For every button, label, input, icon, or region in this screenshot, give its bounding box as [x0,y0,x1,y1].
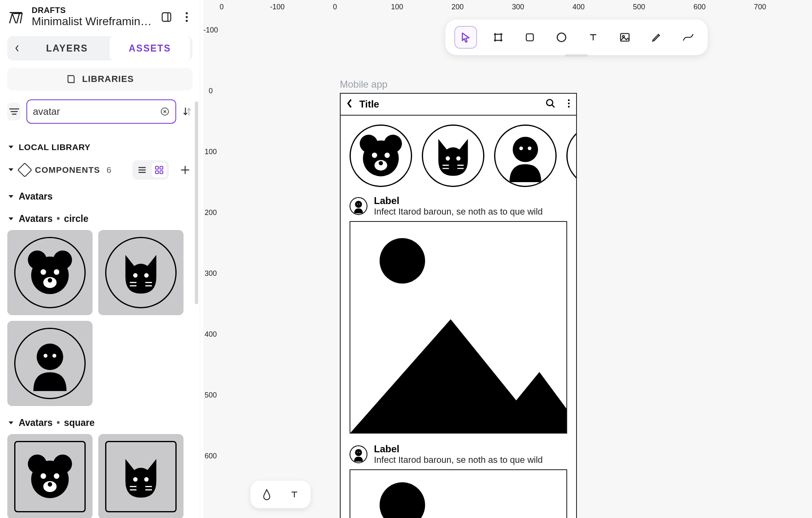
tabs-back-button[interactable] [7,45,27,52]
ruler-tick: 700 [754,3,766,11]
svg-point-37 [133,477,138,481]
component-thumb-bear-circle[interactable] [7,230,93,315]
post-item: Label Infect Itarod baroun, se noth as t… [341,439,576,469]
more-menu-icon[interactable] [180,11,193,24]
frame-title: Title [359,99,379,110]
search-field[interactable] [26,99,176,124]
group-avatars-square[interactable]: Avatars • square [7,417,192,428]
search-icon[interactable] [545,98,556,110]
component-thumb-person-circle[interactable] [7,321,93,406]
story-avatar-person[interactable] [494,125,557,187]
image-placeholder[interactable] [350,221,567,434]
tool-pencil[interactable] [646,27,667,48]
cat-icon [427,129,479,182]
clear-search-icon[interactable] [159,106,171,117]
ruler-tick: 300 [205,269,217,278]
tool-typography[interactable] [286,486,302,503]
component-thumb-bear-square[interactable] [7,434,93,518]
svg-point-44 [546,99,553,105]
filter-button[interactable] [7,103,21,120]
bear-icon [22,449,78,504]
app-logo[interactable] [6,8,25,26]
sun-shape [380,482,425,518]
avatar-story-row [341,116,576,191]
ruler-tick: -100 [270,3,285,11]
tool-text[interactable] [583,27,604,48]
tool-image[interactable] [614,27,635,48]
ruler-tick: 200 [205,208,217,217]
tool-rectangle[interactable] [519,27,540,48]
svg-point-47 [568,103,570,104]
tool-drop[interactable] [259,486,275,503]
components-label: COMPONENTS [35,165,100,175]
svg-point-4 [186,19,188,21]
component-thumb-cat-circle[interactable] [98,230,184,315]
toolbar-drag-handle[interactable] [565,54,588,57]
frame-mobile-app[interactable]: Title [340,93,577,518]
svg-point-64 [359,204,360,204]
chevron-down-icon [7,166,15,174]
ruler-tick: 300 [512,3,524,11]
tool-frame[interactable] [488,27,509,48]
panel-scrollbar[interactable] [195,101,198,304]
post-label: Label [374,195,543,206]
horizontal-ruler: 0 -100 0 100 200 300 400 500 600 700 [203,0,812,14]
ruler-tick: 400 [572,3,585,11]
drafts-breadcrumb[interactable]: DRAFTS [32,6,153,15]
components-section[interactable]: COMPONENTS 6 [7,160,192,180]
svg-point-28 [43,354,48,358]
tab-assets[interactable]: ASSETS [110,36,190,60]
svg-rect-15 [160,171,163,174]
group-avatars-circle[interactable]: Avatars • circle [7,213,192,224]
svg-point-2 [186,12,188,14]
panel-toggle-icon[interactable] [160,11,173,24]
back-icon[interactable] [346,99,353,110]
vertical-ruler: -100 0 100 200 300 400 500 600 [203,14,218,518]
group-avatars[interactable]: Avatars [7,191,192,202]
ruler-tick: 600 [205,452,217,460]
tab-layers[interactable]: LAYERS [27,36,107,60]
svg-point-32 [31,461,69,498]
tool-curve[interactable] [678,27,699,48]
kebab-menu-icon[interactable] [567,99,570,110]
group-variant-label: square [64,417,95,428]
svg-point-46 [568,99,570,101]
person-icon [351,447,366,462]
post-body: Infect Itarod baroun, se noth as to que … [374,455,543,465]
cat-icon [113,449,168,504]
frame-label[interactable]: Mobile app [340,79,387,90]
local-library-section[interactable]: LOCAL LIBRARY [7,142,192,152]
libraries-button[interactable]: LIBRARIES [7,68,192,90]
component-thumb-cat-square[interactable] [98,434,184,518]
chevron-down-icon [7,193,15,200]
sort-button[interactable] [182,105,192,118]
group-base-label: Avatars [19,213,53,224]
image-placeholder[interactable] [350,469,567,518]
story-avatar-cat[interactable] [422,125,484,187]
svg-point-27 [37,344,63,370]
tool-select[interactable] [454,26,477,49]
story-avatar-partial[interactable] [566,125,576,187]
add-component-button[interactable] [178,163,192,177]
story-avatar-bear[interactable] [350,125,412,187]
panel-tabs: LAYERS ASSETS [7,36,192,60]
post-avatar[interactable] [350,197,367,215]
search-input[interactable] [32,105,155,118]
svg-point-21 [41,269,46,275]
post-label: Label [374,443,543,455]
canvas[interactable]: Mobile app Title [218,14,812,518]
list-view-button[interactable] [135,163,149,177]
person-icon [571,129,576,182]
svg-rect-39 [495,34,501,41]
file-name[interactable]: Minimalist Wireframing ... [32,15,153,28]
post-avatar[interactable] [350,445,367,463]
grid-view-button[interactable] [152,163,166,177]
ruler-tick: 100 [391,3,403,11]
svg-point-36 [48,482,52,487]
tool-ellipse[interactable] [551,27,572,48]
svg-point-26 [144,273,149,277]
svg-point-53 [384,153,390,158]
components-count: 6 [107,165,112,175]
svg-rect-0 [162,13,171,21]
cat-icon [113,245,168,300]
